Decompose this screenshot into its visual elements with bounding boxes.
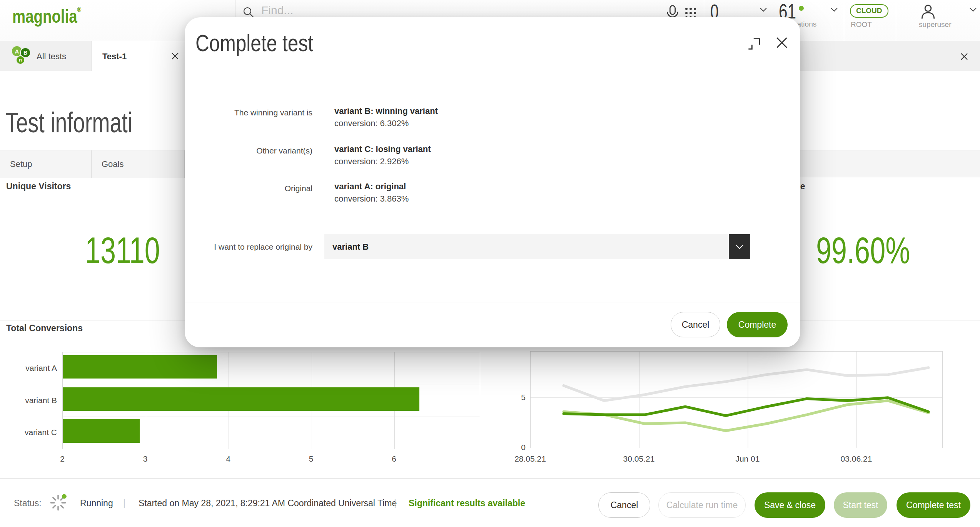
- replace-variant-select[interactable]: variant B: [324, 234, 729, 259]
- bar-category-label: variant A: [3, 364, 57, 373]
- start-test-button[interactable]: Start test: [834, 492, 887, 518]
- line-ytick-label: 0: [507, 443, 526, 452]
- line-xtick-label: Jun 01: [735, 454, 760, 464]
- separator: |: [394, 498, 396, 509]
- complete-test-dialog: Complete test The winning variant is var…: [185, 17, 800, 347]
- tab-goals[interactable]: Goals: [92, 150, 185, 178]
- other-variants-label: Other variant(s): [185, 146, 312, 155]
- select-open-button[interactable]: [729, 234, 750, 259]
- registered-mark: ®: [77, 6, 82, 13]
- chevron-down-icon[interactable]: [760, 8, 767, 12]
- user-avatar-icon[interactable]: [920, 4, 936, 19]
- bar-variant-C: [63, 419, 140, 443]
- line-chart-svg: [531, 352, 942, 448]
- cloud-environment-badge: CLOUD: [850, 4, 888, 18]
- dialog-cancel-button[interactable]: Cancel: [671, 312, 720, 337]
- save-and-close-button[interactable]: Save & close: [755, 492, 825, 518]
- line-xtick-label: 28.05.21: [514, 454, 546, 464]
- magnolia-logo: magnolia®: [12, 6, 99, 26]
- original-value: variant A: original: [334, 182, 406, 192]
- notification-dot: [799, 6, 804, 11]
- tab-setup[interactable]: Setup: [0, 150, 92, 178]
- other-variant-value: variant C: losing variant: [334, 144, 431, 154]
- tab-all-tests[interactable]: A B n All tests: [0, 41, 92, 71]
- chevron-down-icon[interactable]: [831, 8, 838, 12]
- total-conversions-label: Total Conversions: [6, 323, 83, 334]
- other-variant-conversion: conversion: 2.926%: [334, 157, 409, 167]
- user-menu-chevron-icon[interactable]: [970, 8, 977, 12]
- line-chart-plot: [530, 351, 943, 448]
- status-bar: Status: Running | Started on May 28, 202…: [0, 478, 980, 527]
- tab-test-1-label: Test-1: [102, 52, 127, 62]
- app-root: magnolia® Find... 0 61 cations CLOUD ROO…: [0, 0, 980, 527]
- dialog-close-icon[interactable]: [775, 36, 789, 50]
- calculate-run-time-button[interactable]: Calculate run time: [658, 492, 746, 518]
- line-series-variant-A: [564, 368, 928, 401]
- bar-xtick-label: 5: [309, 454, 314, 464]
- maximize-icon[interactable]: [747, 37, 762, 51]
- bar-xtick-label: 6: [392, 454, 396, 464]
- line-series-variant-B: [564, 398, 928, 416]
- status-label: Status:: [14, 498, 42, 509]
- dialog-footer-divider: [185, 302, 800, 302]
- divider: [844, 0, 844, 41]
- search-input[interactable]: Find...: [261, 4, 293, 17]
- original-conversion: conversion: 3.863%: [334, 194, 409, 204]
- bar-row-divider: [63, 417, 480, 417]
- bar-xtick-label: 4: [226, 454, 230, 464]
- tab-all-tests-label: All tests: [37, 52, 66, 62]
- bar-variant-A: [63, 355, 217, 379]
- line-ytick-label: 5: [507, 393, 526, 402]
- bar-category-label: variant C: [3, 428, 57, 437]
- page-title: Test informati: [5, 108, 175, 137]
- significant-results-link[interactable]: Significant results available: [409, 498, 525, 509]
- original-label: Original: [185, 184, 312, 193]
- bar-row-divider: [63, 385, 480, 385]
- line-xtick-label: 03.06.21: [841, 454, 872, 464]
- bar-category-label: variant B: [3, 396, 57, 405]
- line-xtick-label: 30.05.21: [623, 454, 655, 464]
- running-spinner-icon: [49, 494, 67, 512]
- abn-test-icon: A B n: [11, 45, 33, 67]
- status-value: Running: [80, 498, 113, 509]
- user-name: superuser: [919, 20, 952, 29]
- bar-chart-plot: [62, 352, 480, 449]
- started-on-text: Started on May 28, 2021, 8:29:21 AM Coor…: [139, 498, 397, 509]
- winning-variant-conversion: conversion: 6.302%: [334, 118, 409, 128]
- unique-visitors-value: 13110: [85, 232, 185, 269]
- separator: |: [123, 498, 125, 509]
- winning-variant-value: variant B: winning variant: [334, 106, 438, 116]
- tab-test-1[interactable]: Test-1: [92, 41, 189, 71]
- winning-variant-label: The winning variant is: [185, 108, 312, 117]
- significance-rate-value: 99.60%: [816, 232, 942, 269]
- bar-variant-B: [63, 387, 419, 411]
- dialog-title: Complete test: [195, 31, 343, 55]
- bar-xtick-label: 3: [143, 454, 148, 464]
- divider: [896, 0, 896, 41]
- replace-original-label: I want to replace original by: [185, 242, 312, 252]
- environment-name: ROOT: [851, 20, 872, 29]
- cancel-button[interactable]: Cancel: [598, 492, 650, 518]
- complete-test-button[interactable]: Complete test: [897, 492, 970, 518]
- app-launcher-grid-icon[interactable]: [685, 8, 696, 18]
- unique-visitors-label: Unique Visitors: [6, 181, 71, 192]
- tab-close-icon[interactable]: [170, 52, 180, 61]
- bar-xtick-label: 2: [60, 454, 65, 464]
- dialog-complete-button[interactable]: Complete: [727, 312, 788, 337]
- panel-close-icon[interactable]: [960, 52, 969, 61]
